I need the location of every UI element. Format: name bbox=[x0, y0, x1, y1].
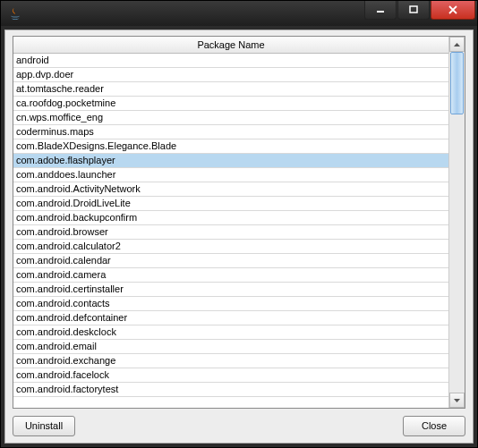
table-row[interactable]: com.android.facelock bbox=[13, 368, 448, 383]
scroll-thumb[interactable] bbox=[450, 52, 464, 114]
minimize-button[interactable] bbox=[364, 1, 397, 20]
table-row[interactable]: com.anddoes.launcher bbox=[13, 168, 448, 182]
table-row[interactable]: com.android.backupconfirm bbox=[13, 211, 448, 225]
button-bar: Uninstall Close bbox=[5, 409, 473, 443]
table-row[interactable]: ca.roofdog.pocketmine bbox=[13, 97, 448, 111]
table-row[interactable]: com.android.DroidLiveLite bbox=[13, 197, 448, 211]
table-row[interactable]: com.android.contacts bbox=[13, 297, 448, 311]
table-row[interactable]: android bbox=[13, 54, 448, 68]
maximize-button[interactable] bbox=[397, 1, 430, 20]
svg-rect-0 bbox=[377, 11, 384, 13]
uninstall-button[interactable]: Uninstall bbox=[13, 416, 75, 436]
scroll-up-button[interactable] bbox=[449, 37, 465, 52]
package-table: Package Name androidapp.dvp.doerat.tomta… bbox=[13, 36, 465, 409]
table-row[interactable]: com.android.calculator2 bbox=[13, 240, 448, 254]
svg-rect-1 bbox=[410, 6, 417, 13]
table-row[interactable]: com.android.defcontainer bbox=[13, 311, 448, 325]
titlebar[interactable] bbox=[1, 1, 477, 26]
package-rows[interactable]: androidapp.dvp.doerat.tomtasche.readerca… bbox=[13, 54, 448, 408]
table-row[interactable]: coderminus.maps bbox=[13, 125, 448, 139]
table-row[interactable]: com.android.ActivityNetwork bbox=[13, 182, 448, 197]
table-row[interactable]: com.android.certinstaller bbox=[13, 283, 448, 297]
table-row[interactable]: com.android.exchange bbox=[13, 354, 448, 368]
table-row[interactable]: com.android.deskclock bbox=[13, 325, 448, 340]
table-row[interactable]: com.android.calendar bbox=[13, 254, 448, 268]
column-header[interactable]: Package Name bbox=[13, 37, 448, 54]
scroll-track[interactable] bbox=[449, 52, 465, 393]
close-window-button[interactable] bbox=[431, 1, 475, 20]
table-row[interactable]: com.android.email bbox=[13, 340, 448, 354]
table-row[interactable]: com.BladeXDesigns.Elegance.Blade bbox=[13, 139, 448, 154]
java-icon bbox=[8, 6, 22, 21]
client-area: Package Name androidapp.dvp.doerat.tomta… bbox=[4, 30, 474, 444]
vertical-scrollbar[interactable] bbox=[448, 37, 465, 408]
table-row[interactable]: com.android.camera bbox=[13, 268, 448, 283]
table-row[interactable]: com.android.factorytest bbox=[13, 383, 448, 397]
table-row[interactable]: com.adobe.flashplayer bbox=[13, 154, 448, 168]
table-row[interactable]: cn.wps.moffice_eng bbox=[13, 111, 448, 125]
scroll-down-button[interactable] bbox=[449, 393, 465, 408]
close-button[interactable]: Close bbox=[403, 416, 465, 436]
app-window: Package Name androidapp.dvp.doerat.tomta… bbox=[0, 0, 478, 448]
table-row[interactable]: com.android.browser bbox=[13, 225, 448, 240]
table-row[interactable]: app.dvp.doer bbox=[13, 68, 448, 82]
table-row[interactable]: at.tomtasche.reader bbox=[13, 82, 448, 97]
